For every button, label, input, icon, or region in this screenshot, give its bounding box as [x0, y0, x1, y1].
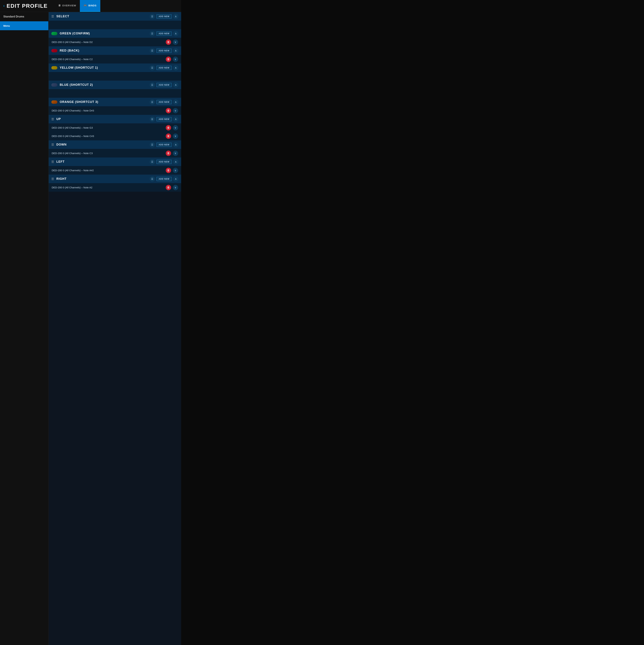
section-icon-orange-shortcut3 — [51, 100, 57, 104]
delete-button-up-1[interactable]: 🗑 — [166, 134, 171, 139]
section-title-left: LEFT — [56, 160, 148, 164]
section-select: ☰SELECT☰ADD NEW∧ — [49, 12, 181, 29]
section-header-up: ☰UP☰ADD NEW∧ — [49, 115, 181, 124]
add-new-button-down[interactable]: ADD NEW — [156, 143, 172, 147]
add-new-button-select[interactable]: ADD NEW — [156, 14, 172, 19]
delete-button-down-0[interactable]: 🗑 — [166, 151, 171, 156]
section-icon-select: ☰ — [51, 15, 54, 18]
header: ‹ EDIT PROFILE 🖥 OVERVIEW 🎮 BINDS — [0, 0, 181, 12]
tab-overview[interactable]: 🖥 OVERVIEW — [54, 0, 80, 12]
grid-button-blue-shortcut2[interactable]: ☰ — [149, 82, 155, 87]
section-header-blue-shortcut2: BLUE (SHORTCUT 2)☰ADD NEW∧ — [49, 80, 181, 89]
grid-button-red-back[interactable]: ☰ — [149, 48, 155, 53]
bind-row-up-1: DED-200 0 (All Channels) – Note C#3🗑∨ — [49, 132, 181, 140]
expand-button-left-0[interactable]: ∨ — [173, 168, 178, 173]
expand-button-up-0[interactable]: ∨ — [173, 125, 178, 131]
bind-label-green-confirm-0: DED-200 0 (All Channels) – Note D2 — [52, 41, 164, 43]
section-header-green-confirm: GREEN (CONFIRM)☰ADD NEW∧ — [49, 29, 181, 38]
bind-label-right-0: DED-200 0 (All Channels) – Note A2 — [52, 186, 164, 189]
collapse-button-down[interactable]: ∧ — [173, 142, 179, 148]
grid-button-up[interactable]: ☰ — [149, 117, 155, 122]
bind-label-up-1: DED-200 0 (All Channels) – Note C#3 — [52, 135, 164, 138]
tab-binds[interactable]: 🎮 BINDS — [80, 0, 100, 12]
collapse-button-up[interactable]: ∧ — [173, 117, 179, 122]
section-right: ☰RIGHT☰ADD NEW∧DED-200 0 (All Channels) … — [49, 175, 181, 192]
back-button[interactable]: ‹ — [3, 4, 5, 8]
section-header-select: ☰SELECT☰ADD NEW∧ — [49, 12, 181, 21]
sidebar-item-menu[interactable]: Menu — [0, 21, 48, 30]
bind-row-green-confirm-0: DED-200 0 (All Channels) – Note D2🗑∨ — [49, 38, 181, 46]
section-header-right: ☰RIGHT☰ADD NEW∧ — [49, 175, 181, 183]
section-header-down: ☰DOWN☰ADD NEW∧ — [49, 140, 181, 149]
bind-row-red-back-0: DED-200 0 (All Channels) – Note C2🗑∨ — [49, 55, 181, 63]
delete-button-left-0[interactable]: 🗑 — [166, 168, 171, 173]
content-area: ☰SELECT☰ADD NEW∧GREEN (CONFIRM)☰ADD NEW∧… — [49, 12, 181, 645]
delete-button-green-confirm-0[interactable]: 🗑 — [166, 39, 171, 45]
sidebar-item-standard-drums[interactable]: Standard Drums — [0, 12, 48, 21]
section-icon-green-confirm — [51, 32, 57, 35]
collapse-button-red-back[interactable]: ∧ — [173, 48, 179, 53]
add-new-button-red-back[interactable]: ADD NEW — [156, 48, 172, 53]
tab-overview-label: OVERVIEW — [62, 4, 76, 7]
add-new-button-orange-shortcut3[interactable]: ADD NEW — [156, 100, 172, 104]
add-new-button-left[interactable]: ADD NEW — [156, 160, 172, 164]
section-down: ☰DOWN☰ADD NEW∧DED-200 0 (All Channels) –… — [49, 140, 181, 158]
bind-label-up-0: DED-200 0 (All Channels) – Note G3 — [52, 126, 164, 129]
grid-button-right[interactable]: ☰ — [149, 176, 155, 182]
section-title-select: SELECT — [56, 15, 148, 18]
spacer-blue-shortcut2 — [49, 89, 181, 98]
page-title: EDIT PROFILE — [7, 3, 47, 9]
grid-button-left[interactable]: ☰ — [149, 159, 155, 165]
add-new-button-up[interactable]: ADD NEW — [156, 117, 172, 122]
delete-button-right-0[interactable]: 🗑 — [166, 185, 171, 190]
bind-row-right-0: DED-200 0 (All Channels) – Note A2🗑∨ — [49, 183, 181, 192]
grid-button-down[interactable]: ☰ — [149, 142, 155, 148]
bind-label-down-0: DED-200 0 (All Channels) – Note C3 — [52, 152, 164, 155]
nav-tabs: 🖥 OVERVIEW 🎮 BINDS — [54, 0, 100, 12]
section-header-red-back: RED (BACK)☰ADD NEW∧ — [49, 46, 181, 55]
section-header-orange-shortcut3: ORANGE (SHORTCUT 3)☰ADD NEW∧ — [49, 98, 181, 106]
section-title-up: UP — [56, 118, 148, 121]
section-red-back: RED (BACK)☰ADD NEW∧DED-200 0 (All Channe… — [49, 46, 181, 63]
delete-button-up-0[interactable]: 🗑 — [166, 125, 171, 131]
collapse-button-select[interactable]: ∧ — [173, 14, 179, 19]
section-title-orange-shortcut3: ORANGE (SHORTCUT 3) — [60, 100, 148, 104]
add-new-button-blue-shortcut2[interactable]: ADD NEW — [156, 83, 172, 87]
section-orange-shortcut3: ORANGE (SHORTCUT 3)☰ADD NEW∧DED-200 0 (A… — [49, 98, 181, 115]
spacer-select — [49, 21, 181, 29]
collapse-button-blue-shortcut2[interactable]: ∧ — [173, 82, 179, 87]
delete-button-red-back-0[interactable]: 🗑 — [166, 56, 171, 62]
controller-icon: 🎮 — [83, 4, 87, 7]
grid-button-yellow-shortcut1[interactable]: ☰ — [149, 65, 155, 70]
expand-button-green-confirm-0[interactable]: ∨ — [173, 39, 178, 45]
bind-row-orange-shortcut3-0: DED-200 0 (All Channels) – Note D#3🗑∨ — [49, 106, 181, 115]
collapse-button-right[interactable]: ∧ — [173, 176, 179, 182]
expand-button-right-0[interactable]: ∨ — [173, 185, 178, 190]
section-blue-shortcut2: BLUE (SHORTCUT 2)☰ADD NEW∧ — [49, 80, 181, 98]
section-title-red-back: RED (BACK) — [60, 49, 148, 52]
collapse-button-yellow-shortcut1[interactable]: ∧ — [173, 65, 179, 70]
bind-label-left-0: DED-200 0 (All Channels) – Note A#2 — [52, 169, 164, 172]
grid-button-orange-shortcut3[interactable]: ☰ — [149, 99, 155, 105]
expand-button-down-0[interactable]: ∨ — [173, 151, 178, 156]
add-new-button-yellow-shortcut1[interactable]: ADD NEW — [156, 66, 172, 70]
section-up: ☰UP☰ADD NEW∧DED-200 0 (All Channels) – N… — [49, 115, 181, 140]
grid-button-green-confirm[interactable]: ☰ — [149, 31, 155, 36]
expand-button-orange-shortcut3-0[interactable]: ∨ — [173, 108, 178, 113]
section-title-yellow-shortcut1: YELLOW (SHORTCUT 1) — [60, 66, 148, 69]
section-icon-blue-shortcut2 — [51, 83, 57, 86]
section-header-yellow-shortcut1: YELLOW (SHORTCUT 1)☰ADD NEW∧ — [49, 63, 181, 72]
collapse-button-left[interactable]: ∧ — [173, 159, 179, 165]
grid-button-select[interactable]: ☰ — [149, 14, 155, 19]
collapse-button-green-confirm[interactable]: ∧ — [173, 31, 179, 36]
expand-button-up-1[interactable]: ∨ — [173, 134, 178, 139]
bind-label-red-back-0: DED-200 0 (All Channels) – Note C2 — [52, 58, 164, 61]
delete-button-orange-shortcut3-0[interactable]: 🗑 — [166, 108, 171, 113]
collapse-button-orange-shortcut3[interactable]: ∧ — [173, 99, 179, 105]
monitor-icon: 🖥 — [58, 4, 61, 7]
section-title-right: RIGHT — [56, 177, 148, 181]
expand-button-red-back-0[interactable]: ∨ — [173, 56, 178, 62]
add-new-button-green-confirm[interactable]: ADD NEW — [156, 31, 172, 36]
section-icon-red-back — [51, 49, 57, 52]
add-new-button-right[interactable]: ADD NEW — [156, 177, 172, 181]
